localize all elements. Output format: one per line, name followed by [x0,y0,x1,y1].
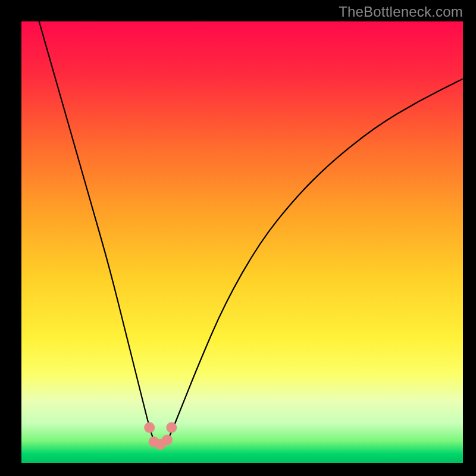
watermark-text: TheBottleneck.com [339,4,463,20]
bottleneck-curve [39,21,463,445]
plot-svg [21,21,463,463]
curve-marker [162,434,173,445]
curve-marker [166,422,177,433]
curve-marker [144,422,155,433]
marker-group [144,422,177,450]
plot-frame [21,21,463,463]
